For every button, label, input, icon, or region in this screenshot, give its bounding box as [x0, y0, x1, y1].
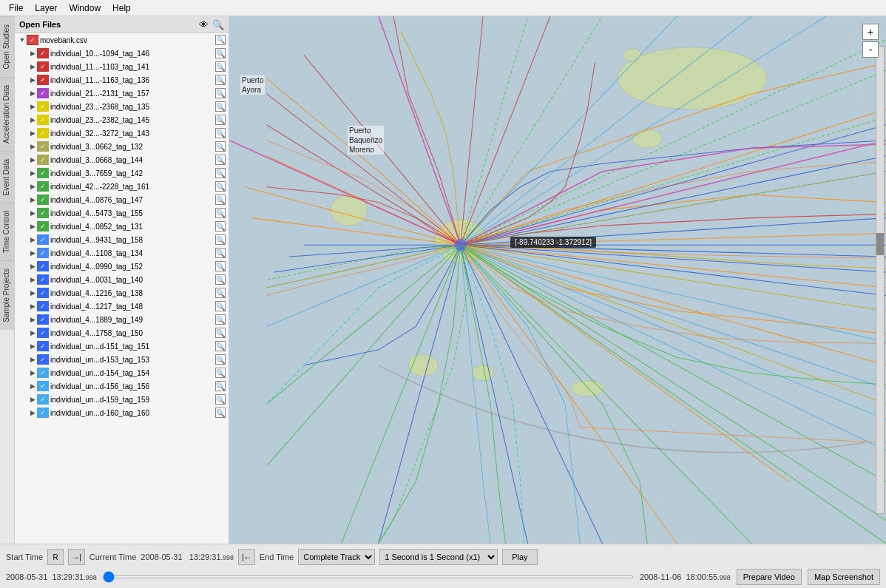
zoom-11[interactable]: 🔍 — [215, 181, 226, 192]
tree-item-7[interactable]: ▶ ✓ individual_32...-3272_tag_143 🔍 — [15, 126, 229, 140]
tab-event-data[interactable]: Event Data — [0, 151, 14, 203]
zoom-4[interactable]: 🔍 — [215, 88, 226, 98]
check-27[interactable]: ✓ — [37, 394, 49, 405]
tree-item-26[interactable]: ▶ ✓ individual_un...d-156_tag_156 🔍 — [15, 379, 229, 393]
tree-item-12[interactable]: ▶ ✓ individual_4...0876_tag_147 🔍 — [15, 193, 229, 206]
zoom-18[interactable]: 🔍 — [215, 274, 226, 285]
tree-item-10[interactable]: ▶ ✓ individual_3...7659_tag_142 🔍 — [15, 166, 229, 180]
menu-window[interactable]: Window — [63, 1, 106, 15]
check-10[interactable]: ✓ — [37, 168, 49, 178]
check-8[interactable]: ✓ — [37, 141, 49, 152]
zoom-3[interactable]: 🔍 — [215, 75, 226, 85]
zoom-1[interactable]: 🔍 — [215, 48, 226, 58]
check-13[interactable]: ✓ — [37, 208, 49, 218]
check-12[interactable]: ✓ — [37, 195, 49, 205]
tree-item-16[interactable]: ▶ ✓ individual_4...1108_tag_134 🔍 — [15, 246, 229, 260]
check-23[interactable]: ✓ — [37, 341, 49, 351]
zoom-28[interactable]: 🔍 — [215, 408, 226, 418]
tree-item-13[interactable]: ▶ ✓ individual_4...5473_tag_155 🔍 — [15, 206, 229, 220]
tree-item-14[interactable]: ▶ ✓ individual_4...0852_tag_131 🔍 — [15, 220, 229, 233]
prepare-video-button[interactable]: Prepare Video — [737, 569, 802, 585]
tree-item-17[interactable]: ▶ ✓ individual_4...0990_tag_152 🔍 — [15, 260, 229, 273]
tab-sample-projects[interactable]: Sample Projects — [0, 260, 14, 330]
check-22[interactable]: ✓ — [37, 328, 49, 338]
check-19[interactable]: ✓ — [37, 288, 49, 298]
zoom-20[interactable]: 🔍 — [215, 301, 226, 311]
zoom-17[interactable]: 🔍 — [215, 261, 226, 271]
check-24[interactable]: ✓ — [37, 354, 49, 365]
check-3[interactable]: ✓ — [37, 75, 49, 85]
zoom-out-button[interactable]: - — [862, 41, 879, 58]
reset-button[interactable]: R — [47, 549, 64, 565]
zoom-14[interactable]: 🔍 — [215, 221, 226, 232]
check-17[interactable]: ✓ — [37, 261, 49, 271]
check-16[interactable]: ✓ — [37, 248, 49, 258]
tree-item-15[interactable]: ▶ ✓ individual_4...9431_tag_158 🔍 — [15, 233, 229, 246]
tree-item-19[interactable]: ▶ ✓ individual_4...1216_tag_138 🔍 — [15, 286, 229, 300]
speed-select[interactable]: 1 Second is 1 Second (x1) — [379, 549, 498, 565]
tree-item-22[interactable]: ▶ ✓ individual_4...1758_tag_150 🔍 — [15, 326, 229, 339]
tree-item-25[interactable]: ▶ ✓ individual_un...d-154_tag_154 🔍 — [15, 366, 229, 379]
check-5[interactable]: ✓ — [37, 101, 49, 112]
zoom-15[interactable]: 🔍 — [215, 234, 226, 245]
tab-acceleration-data[interactable]: Acceleration Data — [0, 77, 14, 151]
zoom-5[interactable]: 🔍 — [215, 101, 226, 112]
tree-item-18[interactable]: ▶ ✓ individual_4...0031_tag_140 🔍 — [15, 273, 229, 286]
check-9[interactable]: ✓ — [37, 155, 49, 165]
zoom-12[interactable]: 🔍 — [215, 195, 226, 205]
tree-item-23[interactable]: ▶ ✓ individual_un...d-151_tag_151 🔍 — [15, 339, 229, 353]
zoom-27[interactable]: 🔍 — [215, 394, 226, 405]
map-area[interactable]: .land { fill: #c8d8a8; stroke: #aaa; str… — [229, 16, 886, 544]
zoom-16[interactable]: 🔍 — [215, 248, 226, 258]
check-6[interactable]: ✓ — [37, 115, 49, 125]
check-root[interactable]: ✓ — [27, 35, 38, 45]
zoom-10[interactable]: 🔍 — [215, 168, 226, 178]
check-11[interactable]: ✓ — [37, 181, 49, 192]
check-7[interactable]: ✓ — [37, 128, 49, 138]
tree-item-4[interactable]: ▶ ✓ individual_21...-2131_tag_157 🔍 — [15, 87, 229, 100]
check-20[interactable]: ✓ — [37, 301, 49, 311]
tree-item-2[interactable]: ▶ ✓ individual_11...-1103_tag_141 🔍 — [15, 60, 229, 73]
menu-help[interactable]: Help — [106, 1, 137, 15]
tab-time-control[interactable]: Time Control — [0, 203, 14, 260]
play-button[interactable]: Play — [502, 549, 537, 565]
zoom-6[interactable]: 🔍 — [215, 115, 226, 125]
end-time-select[interactable]: Complete Track — [298, 549, 375, 565]
check-25[interactable]: ✓ — [37, 368, 49, 378]
tab-open-studies[interactable]: Open Studies — [0, 16, 14, 77]
tree-item-24[interactable]: ▶ ✓ individual_un...d-153_tag_153 🔍 — [15, 353, 229, 366]
back-to-start-button[interactable]: |← — [238, 549, 255, 565]
check-21[interactable]: ✓ — [37, 314, 49, 325]
map-screenshot-button[interactable]: Map Screenshot — [808, 569, 880, 585]
zoom-13[interactable]: 🔍 — [215, 208, 226, 218]
zoom-icon[interactable]: 🔍 — [212, 18, 224, 30]
zoom-19[interactable]: 🔍 — [215, 288, 226, 298]
check-4[interactable]: ✓ — [37, 88, 49, 98]
check-28[interactable]: ✓ — [37, 408, 49, 418]
zoom-8[interactable]: 🔍 — [215, 141, 226, 152]
zoom-21[interactable]: 🔍 — [215, 314, 226, 325]
map-scrollbar[interactable] — [876, 46, 885, 514]
menu-file[interactable]: File — [3, 1, 29, 15]
timeline-slider[interactable] — [103, 575, 634, 578]
check-26[interactable]: ✓ — [37, 381, 49, 391]
check-14[interactable]: ✓ — [37, 221, 49, 232]
tree-item-21[interactable]: ▶ ✓ individual_4...1889_tag_149 🔍 — [15, 313, 229, 326]
zoom-22[interactable]: 🔍 — [215, 328, 226, 338]
tree-item-11[interactable]: ▶ ✓ individual_42...-2228_tag_161 🔍 — [15, 180, 229, 193]
check-15[interactable]: ✓ — [37, 234, 49, 245]
tree-item-28[interactable]: ▶ ✓ individual_un...d-160_tag_160 🔍 — [15, 406, 229, 419]
tree-item-1[interactable]: ▶ ✓ individual_10...-1094_tag_146 🔍 — [15, 47, 229, 60]
tree-item-3[interactable]: ▶ ✓ individual_11...-1163_tag_136 🔍 — [15, 73, 229, 87]
eye-icon[interactable]: 👁 — [197, 18, 209, 30]
zoom-9[interactable]: 🔍 — [215, 155, 226, 165]
menu-layer[interactable]: Layer — [29, 1, 63, 15]
zoom-26[interactable]: 🔍 — [215, 381, 226, 391]
zoom-7[interactable]: 🔍 — [215, 128, 226, 138]
tree-item-6[interactable]: ▶ ✓ individual_23...-2382_tag_145 🔍 — [15, 113, 229, 126]
zoom-23[interactable]: 🔍 — [215, 341, 226, 351]
zoom-in-button[interactable]: + — [862, 24, 879, 40]
zoom-24[interactable]: 🔍 — [215, 354, 226, 365]
tree-item-20[interactable]: ▶ ✓ individual_4...1217_tag_148 🔍 — [15, 300, 229, 313]
check-2[interactable]: ✓ — [37, 61, 49, 72]
